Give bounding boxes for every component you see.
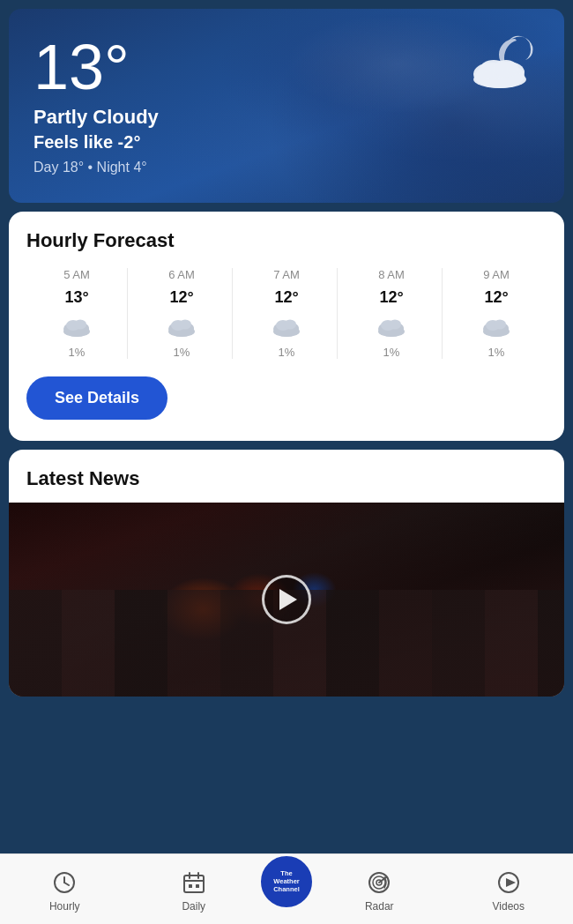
news-title: Latest News: [26, 467, 547, 490]
hour-col-9am: 9 AM 12° 1%: [446, 268, 547, 359]
nav-item-videos[interactable]: Videos: [444, 868, 574, 913]
hour-icon-9am: [480, 314, 513, 339]
latest-news-card: Latest News: [9, 450, 564, 697]
hour-precip-7am: 1%: [279, 346, 295, 359]
hour-precip-6am: 1%: [174, 346, 190, 359]
nav-item-radar[interactable]: Radar: [315, 868, 444, 913]
nav-label-radar: Radar: [365, 900, 394, 913]
nav-item-hourly[interactable]: Hourly: [0, 868, 130, 913]
hour-icon-6am: [165, 314, 198, 339]
clock-icon: [50, 868, 78, 897]
hour-temp-7am: 12°: [274, 288, 298, 307]
nav-item-daily[interactable]: Daily: [130, 868, 259, 913]
bottom-nav: Hourly Daily The Weather Channel: [0, 853, 573, 924]
news-image-container[interactable]: [9, 503, 564, 697]
news-title-bar: Latest News: [9, 450, 564, 503]
videos-icon: [495, 868, 523, 897]
hour-label-6am: 6 AM: [168, 268, 195, 281]
svg-point-18: [179, 320, 191, 330]
nav-label-daily: Daily: [182, 900, 205, 913]
hour-temp-5am: 13°: [64, 288, 88, 307]
hourly-grid: 5 AM 13° 1% 6 AM 12°: [26, 268, 547, 359]
play-button[interactable]: [262, 575, 311, 624]
hour-temp-9am: 12°: [484, 288, 508, 307]
play-triangle-icon: [279, 589, 297, 610]
hour-precip-8am: 1%: [383, 346, 400, 359]
svg-marker-51: [506, 878, 516, 887]
hour-col-5am: 5 AM 13° 1%: [26, 268, 128, 359]
hour-label-7am: 7 AM: [273, 268, 300, 281]
hour-temp-6am: 12°: [169, 288, 193, 307]
hour-label-8am: 8 AM: [378, 268, 405, 281]
hour-col-6am: 6 AM 12° 1%: [131, 268, 233, 359]
hour-icon-5am: [60, 314, 93, 339]
svg-line-39: [64, 883, 69, 885]
svg-point-36: [494, 320, 506, 330]
nav-label-hourly: Hourly: [49, 900, 80, 913]
day-night-range: Day 18° • Night 4°: [33, 160, 540, 175]
weather-condition: Partly Cloudy: [33, 106, 540, 129]
hour-temp-8am: 12°: [379, 288, 403, 307]
hour-col-7am: 7 AM 12° 1%: [236, 268, 338, 359]
hour-precip-9am: 1%: [488, 346, 505, 359]
weather-channel-button[interactable]: The Weather Channel: [258, 853, 315, 910]
radar-icon: [365, 868, 393, 897]
weather-hero: 13° Partly Cloudy Feels like -2° Day 18°…: [9, 9, 564, 203]
svg-rect-40: [184, 876, 204, 892]
svg-rect-44: [189, 884, 192, 888]
hour-icon-8am: [375, 314, 408, 339]
hour-label-5am: 5 AM: [63, 268, 90, 281]
weather-icon-hero: [460, 30, 540, 95]
svg-point-30: [389, 320, 401, 330]
svg-rect-45: [196, 884, 199, 888]
hour-col-8am: 8 AM 12° 1%: [341, 268, 443, 359]
nav-item-center[interactable]: The Weather Channel: [258, 871, 315, 910]
hour-icon-7am: [270, 314, 303, 339]
feels-like: Feels like -2°: [33, 132, 540, 153]
weather-channel-label: The Weather Channel: [273, 869, 300, 893]
nav-label-videos: Videos: [493, 900, 525, 913]
svg-point-12: [74, 320, 86, 330]
svg-point-6: [494, 60, 518, 78]
calendar-icon: [180, 868, 208, 897]
hourly-forecast-title: Hourly Forecast: [26, 229, 547, 252]
hourly-forecast-card: Hourly Forecast 5 AM 13° 1% 6 AM: [9, 212, 564, 441]
hour-precip-5am: 1%: [69, 346, 86, 359]
svg-point-24: [284, 320, 296, 330]
hour-label-9am: 9 AM: [483, 268, 510, 281]
see-details-button[interactable]: See Details: [26, 376, 167, 420]
